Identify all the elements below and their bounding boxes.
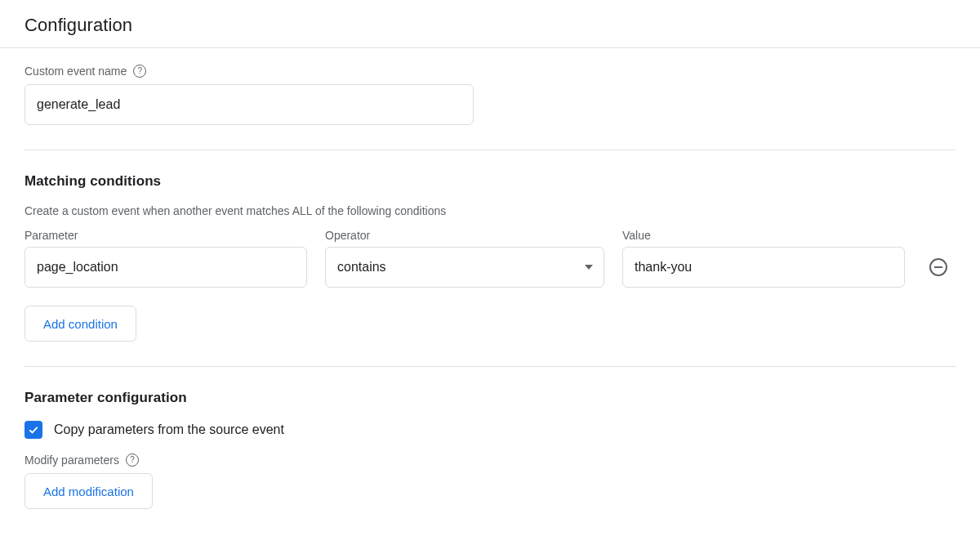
operator-column: Operator	[325, 229, 604, 288]
copy-params-label: Copy parameters from the source event	[54, 422, 284, 437]
copy-params-row: Copy parameters from the source event	[24, 421, 956, 439]
value-label: Value	[622, 229, 905, 242]
help-icon[interactable]: ?	[133, 65, 146, 78]
operator-label: Operator	[325, 229, 604, 242]
operator-select[interactable]	[325, 247, 604, 288]
value-input[interactable]	[622, 247, 905, 288]
event-name-label-row: Custom event name ?	[24, 65, 956, 78]
parameter-config-section: Parameter configuration Copy parameters …	[24, 390, 956, 509]
operator-value[interactable]	[325, 247, 604, 288]
modify-params-label: Modify parameters	[24, 453, 119, 467]
minus-icon	[934, 266, 942, 268]
check-icon	[28, 424, 39, 436]
add-condition-button[interactable]: Add condition	[24, 306, 136, 342]
param-config-heading: Parameter configuration	[24, 390, 956, 406]
event-name-section: Custom event name ?	[24, 65, 956, 150]
parameter-input[interactable]	[24, 247, 307, 288]
remove-condition-button[interactable]	[929, 258, 947, 276]
matching-heading: Matching conditions	[24, 173, 956, 190]
value-column: Value	[622, 229, 905, 288]
parameter-label: Parameter	[24, 229, 307, 242]
matching-conditions-section: Matching conditions Create a custom even…	[24, 173, 956, 367]
copy-params-checkbox[interactable]	[24, 421, 42, 439]
event-name-input[interactable]	[24, 84, 474, 125]
page-title: Configuration	[24, 15, 956, 36]
event-name-label: Custom event name	[24, 65, 127, 78]
matching-description: Create a custom event when another event…	[24, 204, 956, 217]
condition-row: Parameter Operator Value	[24, 229, 956, 288]
content-area: Custom event name ? Matching conditions …	[0, 48, 980, 542]
page-header: Configuration	[0, 0, 980, 48]
help-icon[interactable]: ?	[126, 453, 139, 467]
parameter-column: Parameter	[24, 229, 307, 288]
add-modification-button[interactable]: Add modification	[24, 473, 153, 509]
modify-params-label-row: Modify parameters ?	[24, 453, 956, 467]
